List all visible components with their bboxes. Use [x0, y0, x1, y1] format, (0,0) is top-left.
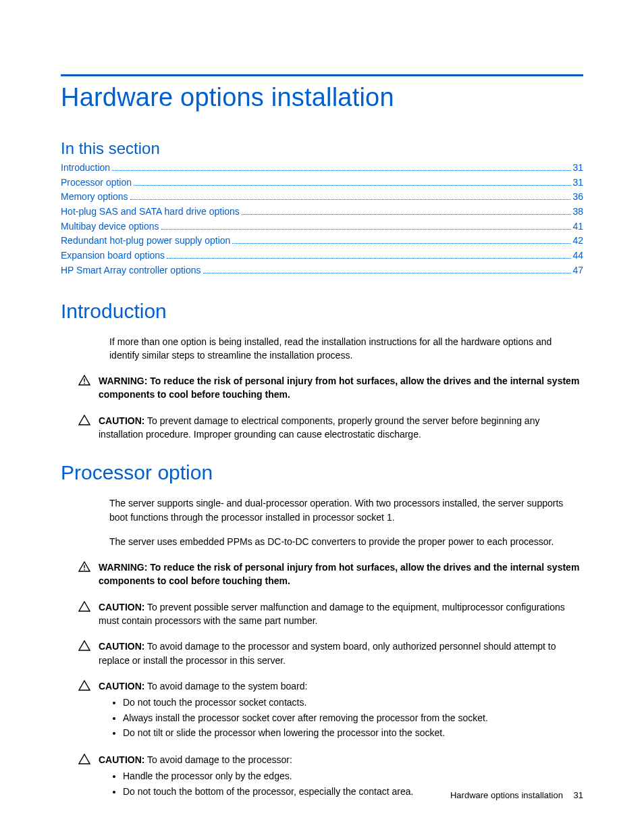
toc-label: Expansion board options: [61, 249, 165, 263]
caution-text: To prevent possible server malfunction a…: [99, 602, 565, 626]
caution-text: To avoid damage to the system board:: [144, 681, 307, 692]
page-footer: Hardware options installation 31: [450, 790, 583, 800]
section-heading-introduction: Introduction: [61, 300, 583, 323]
svg-point-1: [84, 383, 85, 384]
list-item: Always install the processor socket cove…: [123, 711, 583, 725]
toc-row[interactable]: Redundant hot-plug power supply option 4…: [61, 234, 583, 249]
processor-paragraph-1: The server supports single- and dual-pro…: [109, 496, 583, 524]
toc-leader: [161, 220, 571, 230]
top-rule: [61, 74, 583, 76]
caution-icon: [78, 414, 92, 425]
caution-icon: [78, 679, 92, 691]
warning-text: To reduce the risk of personal injury fr…: [99, 375, 579, 400]
toc-row[interactable]: HP Smart Array controller options 47: [61, 263, 583, 278]
toc-row[interactable]: Expansion board options 44: [61, 249, 583, 263]
toc-label: Redundant hot-plug power supply option: [61, 234, 230, 249]
toc-page: 41: [572, 219, 583, 234]
toc-page: 31: [572, 161, 583, 176]
toc-label: Hot-plug SAS and SATA hard drive options: [61, 205, 240, 219]
toc-page: 44: [572, 249, 583, 263]
toc-page: 36: [572, 190, 583, 205]
warning-label: WARNING:: [99, 562, 147, 573]
caution-text: To avoid damage to the processor:: [144, 754, 292, 765]
toc-page: 42: [572, 234, 583, 249]
list-item: Do not touch the processor socket contac…: [123, 696, 583, 709]
caution-text: To prevent damage to electrical componen…: [99, 415, 539, 440]
caution-icon: [78, 753, 92, 764]
toc-leader: [242, 205, 571, 215]
toc-label: Processor option: [61, 176, 132, 190]
processor-paragraph-2: The server uses embedded PPMs as DC-to-D…: [109, 535, 583, 548]
caution-label: CAUTION:: [99, 641, 144, 652]
intro-paragraph: If more than one option is being install…: [109, 335, 583, 363]
toc-leader: [232, 235, 570, 244]
list-item: Do not tilt or slide the processor when …: [123, 726, 583, 739]
toc-label: HP Smart Array controller options: [61, 263, 201, 278]
page-number: 31: [574, 790, 583, 800]
caution-list: Do not touch the processor socket contac…: [123, 696, 583, 739]
toc-label: Introduction: [61, 161, 110, 176]
table-of-contents: Introduction 31 Processor option 31 Memo…: [61, 161, 583, 278]
toc-page: 31: [572, 176, 583, 190]
toc-leader: [112, 161, 570, 171]
toc-leader: [130, 191, 571, 201]
toc-leader: [167, 250, 570, 259]
toc-leader: [203, 264, 571, 273]
toc-page: 38: [572, 205, 583, 219]
warning-notice: WARNING: To reduce the risk of personal …: [78, 561, 583, 588]
warning-icon: [78, 561, 92, 572]
caution-icon: [78, 600, 92, 612]
toc-label: Multibay device options: [61, 219, 159, 234]
caution-text: To avoid damage to the processor and sys…: [99, 641, 556, 665]
toc-row[interactable]: Hot-plug SAS and SATA hard drive options…: [61, 205, 583, 219]
page-title: Hardware options installation: [61, 83, 583, 112]
toc-row[interactable]: Multibay device options 41: [61, 219, 583, 234]
toc-row[interactable]: Memory options 36: [61, 190, 583, 205]
caution-icon: [78, 640, 92, 651]
toc-leader: [134, 176, 570, 186]
list-item: Handle the processor only by the edges.: [123, 769, 583, 783]
page-container: Hardware options installation In this se…: [0, 0, 644, 834]
in-this-section-heading: In this section: [61, 139, 583, 158]
caution-label: CAUTION:: [99, 415, 144, 426]
section-heading-processor-option: Processor option: [61, 461, 583, 484]
svg-point-3: [84, 569, 85, 571]
warning-notice: WARNING: To reduce the risk of personal …: [78, 374, 583, 402]
caution-notice: CAUTION: To avoid damage to the processo…: [78, 640, 583, 667]
warning-label: WARNING:: [99, 375, 147, 386]
toc-page: 47: [572, 263, 583, 278]
warning-text: To reduce the risk of personal injury fr…: [99, 562, 579, 586]
caution-label: CAUTION:: [99, 602, 144, 613]
caution-notice: CAUTION: To avoid damage to the system b…: [78, 679, 583, 741]
warning-icon: [78, 374, 92, 386]
toc-row[interactable]: Processor option 31: [61, 176, 583, 190]
caution-notice: CAUTION: To prevent damage to electrical…: [78, 414, 583, 442]
caution-label: CAUTION:: [99, 681, 144, 692]
footer-text: Hardware options installation: [450, 790, 563, 800]
toc-row[interactable]: Introduction 31: [61, 161, 583, 176]
caution-notice: CAUTION: To prevent possible server malf…: [78, 600, 583, 628]
toc-label: Memory options: [61, 190, 128, 205]
caution-label: CAUTION:: [99, 754, 144, 765]
